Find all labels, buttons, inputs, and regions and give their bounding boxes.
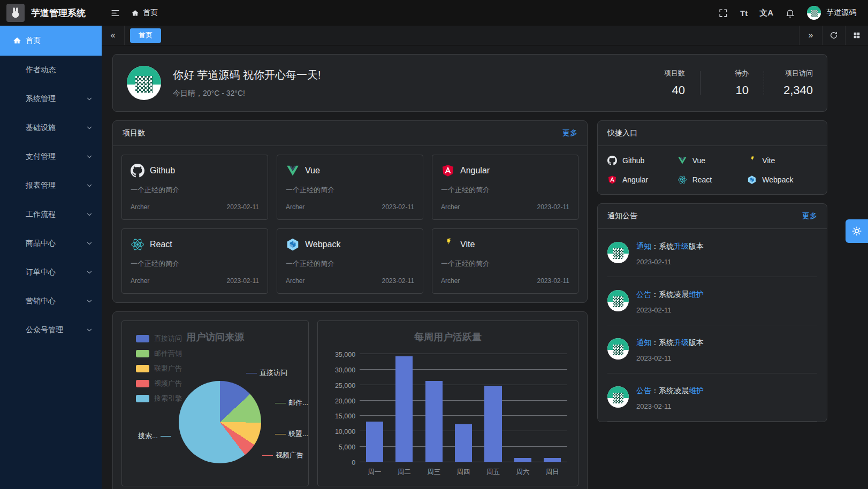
webpack-icon (747, 175, 757, 185)
project-card-vite[interactable]: Vite一个正经的简介Archer2023-02-11 (432, 228, 578, 294)
breadcrumb-home[interactable]: 首页 (143, 8, 158, 18)
app-logo-rabbit-avatar[interactable] (6, 4, 25, 22)
sidebar-item-report[interactable]: 报表管理 (0, 171, 102, 200)
legend-item-邮件营销[interactable]: 邮件营销 (136, 349, 182, 358)
sidebar-item-icon-space (13, 210, 21, 219)
sidebar-item-icon-space (13, 66, 21, 74)
bar-周日[interactable] (544, 458, 561, 462)
refresh-icon[interactable] (822, 26, 845, 45)
layout-grid-icon[interactable] (845, 26, 868, 45)
x-axis-label-周一: 周一 (360, 468, 389, 477)
angular-icon (607, 175, 617, 185)
bar-周六[interactable] (514, 458, 531, 462)
legend-label: 搜索引擎 (154, 394, 182, 403)
y-axis-label-15000: 15,000 (324, 412, 355, 420)
tabs: 首页 (125, 26, 799, 45)
legend-item-联盟广告[interactable]: 联盟广告 (136, 364, 182, 373)
notice-item-1[interactable]: 公告：系统凌晨维护2023-02-11 (607, 277, 817, 325)
shortcut-label: React (692, 175, 712, 184)
sidebar-item-icon-space (13, 124, 21, 132)
bar-周三[interactable] (425, 381, 443, 462)
user-menu[interactable]: 芋道源码 (807, 6, 856, 20)
sidebar-item-order[interactable]: 订单中心 (0, 258, 102, 287)
sidebar-item-infra[interactable]: 基础设施 (0, 113, 102, 142)
stat-divider (700, 71, 701, 95)
legend-swatch (136, 365, 149, 372)
sidebar-item-system[interactable]: 系统管理 (0, 85, 102, 113)
project-card-react[interactable]: React一个正经的简介Archer2023-02-11 (121, 228, 268, 294)
sidebar-item-author[interactable]: 作者动态 (0, 56, 102, 85)
pie-legend: 直接访问邮件营销联盟广告视频广告搜索引擎 (136, 334, 182, 409)
y-axis-label-0: 0 (324, 459, 355, 467)
vue-icon (286, 164, 300, 178)
username: 芋道源码 (826, 8, 856, 18)
legend-item-搜索引擎[interactable]: 搜索引擎 (136, 394, 182, 403)
tabs-scroll-left-icon[interactable]: « (102, 26, 125, 45)
pie-slice-label-直接访问: 直接访问 (246, 368, 287, 378)
notice-item-3[interactable]: 公告：系统凌晨维护2023-02-11 (607, 373, 817, 422)
shortcut-label: Vite (762, 156, 775, 165)
projects-grid: Github一个正经的简介Archer2023-02-11Vue一个正经的简介A… (113, 146, 587, 302)
sidebar-item-pay[interactable]: 支付管理 (0, 142, 102, 171)
shortcut-vue[interactable]: Vue (677, 156, 748, 165)
bar-周四[interactable] (455, 424, 472, 462)
font-size-icon[interactable]: Tt (740, 9, 748, 18)
bar-plot-area: 05,00010,00015,00020,00025,00030,00035,0… (360, 354, 567, 462)
fullscreen-icon[interactable] (718, 8, 728, 18)
notice-item-0[interactable]: 通知：系统升级版本2023-02-11 (607, 229, 817, 277)
bell-icon[interactable] (785, 8, 795, 18)
sidebar-item-label: 首页 (26, 36, 93, 45)
translate-icon[interactable]: 文A (759, 8, 773, 18)
notices-more-link[interactable]: 更多 (802, 211, 817, 221)
sidebar-item-product[interactable]: 商品中心 (0, 229, 102, 258)
sidebar-item-icon-space (13, 326, 21, 334)
project-name: Angular (460, 166, 490, 175)
stat-label: 项目访问 (780, 68, 813, 78)
shortcut-vite[interactable]: Vite (747, 156, 817, 165)
sidebar-item-workflow[interactable]: 工作流程 (0, 200, 102, 229)
stat-value: 10 (715, 83, 749, 97)
shortcut-angular[interactable]: Angular (607, 175, 677, 185)
legend-item-视频广告[interactable]: 视频广告 (136, 379, 182, 388)
stat-项目数: 项目数40 (652, 68, 685, 97)
x-axis-label-周五: 周五 (478, 468, 508, 477)
shortcut-react[interactable]: React (677, 175, 748, 185)
notice-date: 2023-02-11 (636, 258, 704, 266)
shortcut-webpack[interactable]: Webpack (747, 175, 817, 185)
project-card-webpack[interactable]: Webpack一个正经的简介Archer2023-02-11 (277, 228, 423, 294)
sidebar-item-label: 支付管理 (26, 152, 86, 162)
pie-slice-label-视频广告: 视频广告 (262, 450, 303, 460)
greeting-text: 你好 芋道源码 祝你开心每一天! (173, 68, 321, 82)
legend-item-直接访问[interactable]: 直接访问 (136, 334, 182, 343)
shortcut-label: Github (622, 156, 644, 165)
projects-more-link[interactable]: 更多 (562, 128, 577, 138)
bar-chart-title: 每周用户活跃量 (318, 331, 578, 343)
shortcut-github[interactable]: Github (607, 156, 677, 165)
tab-首页[interactable]: 首页 (130, 28, 161, 43)
shortcut-label: Vue (692, 156, 705, 165)
y-axis-label-5000: 5,000 (324, 444, 355, 451)
notice-item-2[interactable]: 通知：系统升级版本2023-02-11 (607, 325, 817, 373)
project-card-github[interactable]: Github一个正经的简介Archer2023-02-11 (121, 155, 268, 220)
settings-fab[interactable] (846, 219, 868, 243)
stat-项目访问: 项目访问2,340 (780, 68, 813, 97)
hamburger-menu-icon[interactable] (110, 8, 120, 18)
sidebar-item-mp[interactable]: 公众号管理 (0, 316, 102, 345)
legend-swatch (136, 380, 149, 387)
chevron-down-icon (86, 269, 93, 276)
bar-周一[interactable] (366, 422, 383, 462)
tabs-scroll-right-icon[interactable]: » (799, 26, 822, 45)
bar-周五[interactable] (484, 386, 501, 462)
breadcrumb: 首页 (131, 8, 158, 18)
project-card-angular[interactable]: Angular一个正经的简介Archer2023-02-11 (432, 155, 578, 220)
project-date: 2023-02-11 (537, 203, 570, 211)
project-card-vue[interactable]: Vue一个正经的简介Archer2023-02-11 (277, 155, 423, 220)
sidebar-item-marketing[interactable]: 营销中心 (0, 287, 102, 316)
project-name: React (150, 240, 172, 249)
y-axis-label-20000: 20,000 (324, 398, 355, 405)
project-desc: 一个正经的简介 (131, 185, 259, 195)
pie-graphic[interactable] (179, 381, 261, 463)
notice-date: 2023-02-11 (636, 354, 704, 362)
bar-周二[interactable] (395, 356, 413, 462)
sidebar-item-home[interactable]: 首页 (0, 26, 102, 56)
